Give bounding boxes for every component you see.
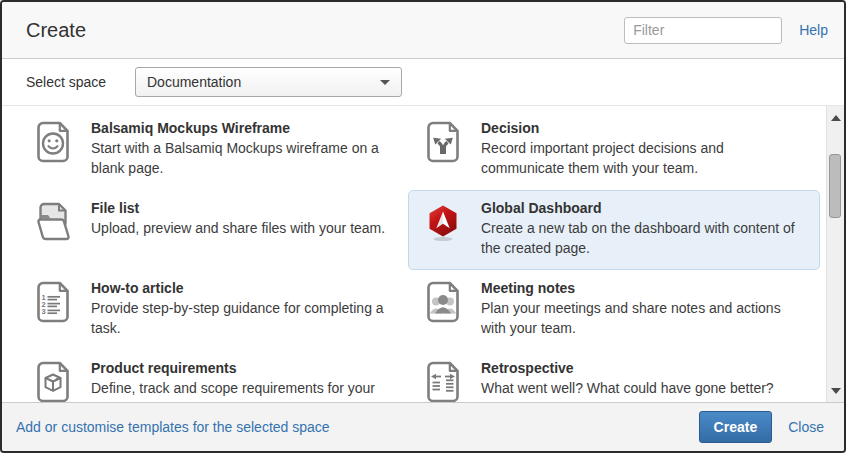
page-title: Create	[26, 19, 86, 42]
template-description: Upload, preview and share files with you…	[91, 219, 385, 239]
global-dashboard-logo	[419, 198, 467, 246]
scroll-up-icon[interactable]	[827, 109, 844, 126]
decision-icon	[419, 118, 467, 166]
scrollbar[interactable]	[826, 106, 844, 402]
space-dropdown[interactable]: Documentation	[135, 67, 402, 97]
scrollbar-thumb[interactable]	[829, 154, 841, 218]
template-title: Decision	[481, 117, 809, 136]
product-requirements-icon	[29, 358, 77, 402]
select-space-label: Select space	[26, 74, 135, 90]
template-title: File list	[91, 197, 385, 216]
help-link[interactable]: Help	[799, 22, 828, 38]
dialog-footer: Add or customise templates for the selec…	[2, 402, 844, 451]
how-to-article-icon	[29, 278, 77, 326]
template-title: Retrospective	[481, 357, 809, 376]
dialog-header: Create Help	[2, 2, 844, 59]
template-title: How-to article	[91, 277, 393, 296]
template-item-retrospective[interactable]: RetrospectiveWhat went well? What could …	[408, 350, 820, 402]
template-item-decision[interactable]: DecisionRecord important project decisio…	[408, 110, 820, 190]
create-button[interactable]: Create	[699, 411, 773, 443]
template-description: Define, track and scope requirements for…	[91, 379, 393, 402]
chevron-down-icon	[380, 80, 390, 85]
close-link[interactable]: Close	[788, 419, 824, 435]
balsamiq-wireframe-icon	[29, 118, 77, 166]
template-item-how-to-article[interactable]: How-to articleProvide step-by-step guida…	[18, 270, 404, 350]
template-title: Meeting notes	[481, 277, 809, 296]
space-dropdown-value: Documentation	[147, 74, 241, 90]
template-description: What went well? What could have gone bet…	[481, 379, 809, 402]
template-description: Create a new tab on the dashboard with c…	[481, 219, 809, 259]
template-description: Provide step-by-step guidance for comple…	[91, 299, 393, 339]
create-dialog: Create Help Select space Documentation B…	[0, 0, 846, 453]
file-list-icon	[29, 198, 77, 246]
template-description: Record important project decisions and c…	[481, 139, 809, 179]
template-item-global-dashboard[interactable]: Global DashboardCreate a new tab on the …	[408, 190, 820, 270]
select-space-row: Select space Documentation	[2, 59, 844, 105]
template-title: Global Dashboard	[481, 197, 809, 216]
customise-templates-link[interactable]: Add or customise templates for the selec…	[16, 419, 330, 435]
template-item-meeting-notes[interactable]: Meeting notesPlan your meetings and shar…	[408, 270, 820, 350]
meeting-notes-icon	[419, 278, 467, 326]
template-title: Balsamiq Mockups Wireframe	[91, 117, 393, 136]
scroll-down-icon[interactable]	[827, 382, 844, 399]
filter-input[interactable]	[624, 17, 782, 44]
template-title: Product requirements	[91, 357, 393, 376]
retrospective-icon	[419, 358, 467, 402]
template-description: Plan your meetings and share notes and a…	[481, 299, 809, 339]
template-item-balsamiq-mockups-wireframe[interactable]: Balsamiq Mockups WireframeStart with a B…	[18, 110, 404, 190]
template-item-file-list[interactable]: File listUpload, preview and share files…	[18, 190, 404, 270]
template-description: Start with a Balsamiq Mockups wireframe …	[91, 139, 393, 179]
template-item-product-requirements[interactable]: Product requirementsDefine, track and sc…	[18, 350, 404, 402]
template-list: Balsamiq Mockups WireframeStart with a B…	[2, 105, 844, 402]
